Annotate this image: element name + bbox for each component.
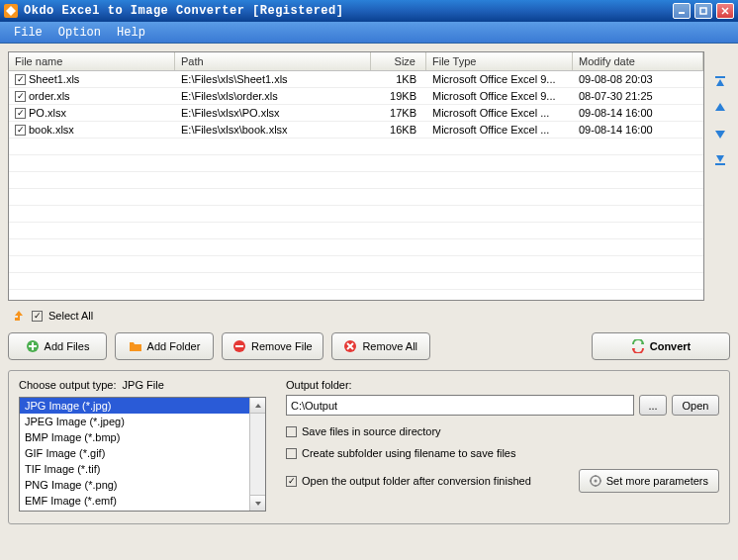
menu-file[interactable]: File: [6, 24, 50, 42]
row-filename: book.xlsx: [29, 124, 74, 136]
output-folder-input[interactable]: [286, 395, 634, 416]
svg-rect-2: [715, 76, 725, 78]
row-checkbox[interactable]: [15, 125, 26, 136]
row-type: Microsoft Office Excel 9...: [426, 89, 573, 103]
menu-help[interactable]: Help: [109, 24, 153, 42]
table-row-empty: [9, 290, 703, 301]
row-size: 19KB: [371, 89, 426, 103]
remove-file-button[interactable]: Remove File: [222, 332, 323, 360]
listbox-scrollbar[interactable]: [249, 398, 265, 511]
table-row-empty: [9, 139, 703, 155]
move-down-button[interactable]: [711, 125, 729, 142]
svg-rect-1: [700, 8, 706, 14]
current-type: JPG File: [123, 379, 164, 391]
output-type-option[interactable]: TIF Image (*.tif): [20, 461, 249, 477]
save-in-source-label: Save files in source directory: [302, 425, 441, 437]
row-size: 17KB: [371, 106, 426, 120]
minus-icon: [232, 339, 246, 353]
table-header: File name Path Size File Type Modify dat…: [9, 52, 703, 71]
row-filename: PO.xlsx: [29, 107, 66, 119]
row-type: Microsoft Office Excel ...: [426, 106, 573, 120]
set-more-parameters-button[interactable]: Set more parameters: [579, 469, 719, 493]
close-button[interactable]: [716, 3, 734, 19]
add-files-button[interactable]: Add Files: [8, 332, 107, 360]
output-type-option[interactable]: EMF Image (*.emf): [20, 493, 249, 509]
row-checkbox[interactable]: [15, 74, 26, 85]
table-row[interactable]: Sheet1.xlsE:\Files\xls\Sheet1.xls1KBMicr…: [9, 71, 703, 88]
table-row-empty: [9, 189, 703, 206]
row-size: 1KB: [371, 72, 426, 86]
output-type-option[interactable]: GIF Image (*.gif): [20, 445, 249, 461]
save-in-source-checkbox[interactable]: [286, 426, 297, 437]
set-more-label: Set more parameters: [606, 475, 708, 487]
row-path: E:\Files\xls\order.xls: [175, 89, 371, 103]
convert-button[interactable]: Convert: [592, 332, 730, 360]
output-type-option[interactable]: BMP Image (*.bmp): [20, 429, 249, 445]
folder-icon: [129, 339, 142, 353]
open-folder-button[interactable]: Open: [672, 395, 719, 416]
row-date: 09-08-14 16:00: [573, 123, 703, 137]
row-date: 09-08-08 20:03: [573, 72, 703, 86]
svg-rect-0: [679, 12, 685, 14]
content-area: File name Path Size File Type Modify dat…: [0, 44, 738, 560]
menubar: File Option Help: [0, 22, 738, 44]
open-after-label: Open the output folder after conversion …: [302, 475, 531, 487]
table-row[interactable]: order.xlsE:\Files\xls\order.xls19KBMicro…: [9, 88, 703, 105]
row-type: Microsoft Office Excel 9...: [426, 72, 573, 86]
col-filetype[interactable]: File Type: [426, 52, 573, 70]
row-date: 08-07-30 21:25: [573, 89, 703, 103]
move-bottom-button[interactable]: [711, 150, 729, 168]
row-checkbox[interactable]: [15, 91, 26, 102]
move-up-button[interactable]: [711, 99, 729, 117]
scroll-up-icon[interactable]: [250, 398, 265, 414]
col-filename[interactable]: File name: [9, 52, 175, 70]
remove-all-label: Remove All: [362, 340, 417, 352]
output-panel: Choose output type: JPG File JPG Image (…: [8, 370, 730, 524]
row-path: E:\Files\xlsx\PO.xlsx: [175, 106, 371, 120]
create-subfolder-label: Create subfolder using filename to save …: [302, 447, 515, 459]
app-icon: [4, 4, 18, 18]
scroll-down-icon[interactable]: [250, 495, 265, 511]
file-table[interactable]: File name Path Size File Type Modify dat…: [8, 51, 704, 301]
minimize-button[interactable]: [673, 3, 691, 19]
output-type-listbox[interactable]: JPG Image (*.jpg)JPEG Image (*.jpeg)BMP …: [20, 398, 249, 511]
window-title: Okdo Excel to Image Converter [Registere…: [24, 4, 673, 18]
remove-all-button[interactable]: Remove All: [331, 332, 430, 360]
table-row-empty: [9, 256, 703, 273]
add-folder-button[interactable]: Add Folder: [115, 332, 214, 360]
menu-option[interactable]: Option: [50, 24, 109, 42]
row-type: Microsoft Office Excel ...: [426, 123, 573, 137]
row-size: 16KB: [371, 123, 426, 137]
browse-button[interactable]: ...: [639, 395, 667, 416]
maximize-button[interactable]: [694, 3, 712, 19]
output-type-label: Choose output type: JPG File: [19, 379, 266, 391]
output-type-option[interactable]: JPG Image (*.jpg): [20, 398, 249, 414]
col-modifydate[interactable]: Modify date: [573, 52, 703, 70]
row-checkbox[interactable]: [15, 108, 26, 119]
table-row-empty: [9, 273, 703, 290]
col-size[interactable]: Size: [371, 52, 426, 70]
row-path: E:\Files\xlsx\book.xlsx: [175, 123, 371, 137]
table-row-empty: [9, 172, 703, 189]
table-row[interactable]: PO.xlsxE:\Files\xlsx\PO.xlsx17KBMicrosof…: [9, 105, 703, 122]
toolbar: Add Files Add Folder Remove File Remove …: [8, 332, 730, 360]
select-all-checkbox[interactable]: [32, 311, 43, 322]
table-row-empty: [9, 223, 703, 239]
select-all-row: Select All: [8, 301, 730, 332]
table-row-empty: [9, 239, 703, 256]
up-level-icon[interactable]: [12, 309, 26, 323]
titlebar: Okdo Excel to Image Converter [Registere…: [0, 0, 738, 22]
add-files-label: Add Files: [45, 340, 90, 352]
open-after-checkbox[interactable]: [286, 476, 297, 487]
convert-label: Convert: [650, 340, 692, 352]
output-type-option[interactable]: JPEG Image (*.jpeg): [20, 414, 249, 429]
create-subfolder-checkbox[interactable]: [286, 448, 297, 459]
move-top-button[interactable]: [711, 73, 729, 91]
table-row-empty: [9, 206, 703, 223]
output-type-option[interactable]: PNG Image (*.png): [20, 477, 249, 493]
svg-rect-3: [715, 163, 725, 165]
col-path[interactable]: Path: [175, 52, 371, 70]
table-row[interactable]: book.xlsxE:\Files\xlsx\book.xlsx16KBMicr…: [9, 122, 703, 139]
table-row-empty: [9, 155, 703, 172]
svg-rect-6: [235, 345, 243, 347]
